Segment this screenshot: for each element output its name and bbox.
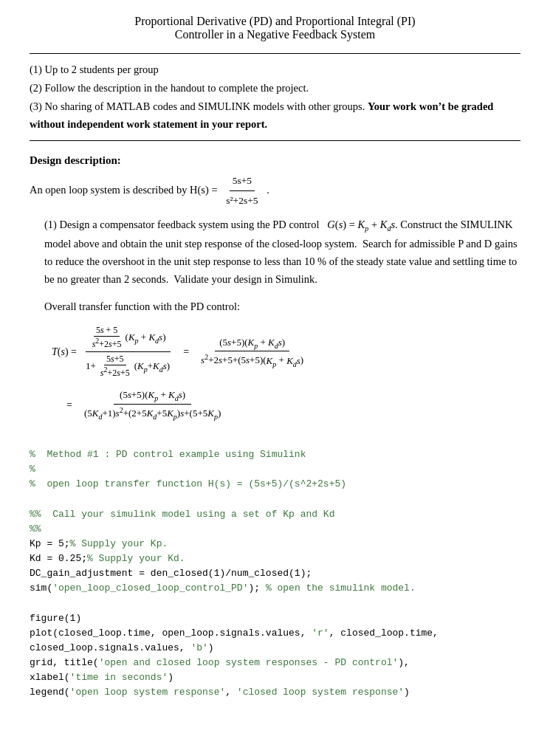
code-kp-comment: % Supply your Kp. — [70, 538, 168, 549]
formula-line2: = (5s+5)(Kp + Kds) (5Kd+1)s2+(2+5Kd+5Kp)… — [66, 388, 520, 422]
hs-period: . — [267, 184, 269, 196]
title-line1: Proportional Derivative (PD) and Proport… — [30, 15, 520, 28]
code-figure-line: figure(1) plot(closed_loop.time, open_lo… — [30, 613, 312, 639]
code-sim-string: 'open_loop_closed_loop_control_PD' — [52, 583, 248, 594]
hs-intro-text: An open loop system is described by H(s)… — [30, 184, 218, 196]
design-item1: (1) Design a compensator feedback system… — [44, 216, 520, 288]
overall-label-text: Overall transfer function with the PD co… — [44, 300, 240, 312]
simplified-den: (5Kd+1)s2+(2+5Kd+5Kp)s+(5+5Kp) — [78, 405, 227, 422]
formula-line1: T(s) = 5s + 5 s2+2s+5 (Kp + Kds) 1+ 5s+5… — [52, 323, 520, 380]
instruction-1: (1) Up to 2 students per group — [30, 61, 520, 78]
hs-numerator: 5s+5 — [230, 171, 255, 191]
code-sim-comment: % open the simulink model. — [266, 583, 416, 594]
overall-label: Overall transfer function with the PD co… — [44, 298, 520, 316]
instruction-3-normal: (3) No sharing of MATLAB codes and SIMUL… — [30, 100, 365, 112]
title-line2: Controller in a Negative Feedback System — [30, 28, 520, 41]
hs-denominator: s²+2s+5 — [223, 191, 261, 210]
code-comment1: % Method #1 : PD control example using S… — [30, 449, 346, 535]
left-fraction: 5s + 5 s2+2s+5 (Kp + Kds) 1+ 5s+5 s2+2s+… — [81, 323, 174, 380]
code-block: % Method #1 : PD control example using S… — [30, 433, 520, 715]
right-fraction-den: s2+2s+5+(5s+5)(Kp + Kds) — [196, 351, 308, 369]
divider-top — [30, 53, 520, 54]
instruction-3: (3) No sharing of MATLAB codes and SIMUL… — [30, 98, 520, 132]
ts-symbol: T — [52, 346, 58, 358]
right-fraction: (5s+5)(Kp + Kds) s2+2s+5+(5s+5)(Kp + Kds… — [196, 335, 308, 370]
transfer-function-formula: T(s) = 5s + 5 s2+2s+5 (Kp + Kds) 1+ 5s+5… — [44, 323, 520, 422]
code-sim-line: sim( — [30, 583, 52, 594]
divider-bottom — [30, 140, 520, 141]
code-kp-line: Kp = 5; — [30, 538, 70, 549]
simplified-fraction: (5s+5)(Kp + Kds) (5Kd+1)s2+(2+5Kd+5Kp)s+… — [78, 388, 227, 422]
design-section: Design description: An open loop system … — [30, 154, 520, 715]
left-fraction-den: 1+ 5s+5 s2+2s+5 (Kp + Kds) — [81, 352, 174, 380]
instructions-section: (1) Up to 2 students per group (2) Follo… — [30, 61, 520, 133]
design-body: An open loop system is described by H(s)… — [30, 171, 520, 317]
page-title: Proportional Derivative (PD) and Proport… — [30, 15, 520, 41]
code-kd-comment: % Supply your Kd. — [87, 553, 185, 564]
hs-equation-line: An open loop system is described by H(s)… — [30, 171, 520, 211]
simplified-num: (5s+5)(Kp + Kds) — [114, 388, 191, 405]
left-fraction-num: 5s + 5 s2+2s+5 (Kp + Kds) — [86, 323, 171, 352]
design-title: Design description: — [30, 154, 520, 167]
instruction-2: (2) Follow the description in the handou… — [30, 80, 520, 97]
hs-fraction: 5s+5 s²+2s+5 — [223, 171, 261, 211]
code-kd-line: Kd = 0.25; — [30, 553, 87, 564]
code-dc-line: DC_gain_adjustment = den_closed(1)/num_c… — [30, 568, 312, 579]
right-fraction-num: (5s+5)(Kp + Kds) — [215, 335, 289, 352]
